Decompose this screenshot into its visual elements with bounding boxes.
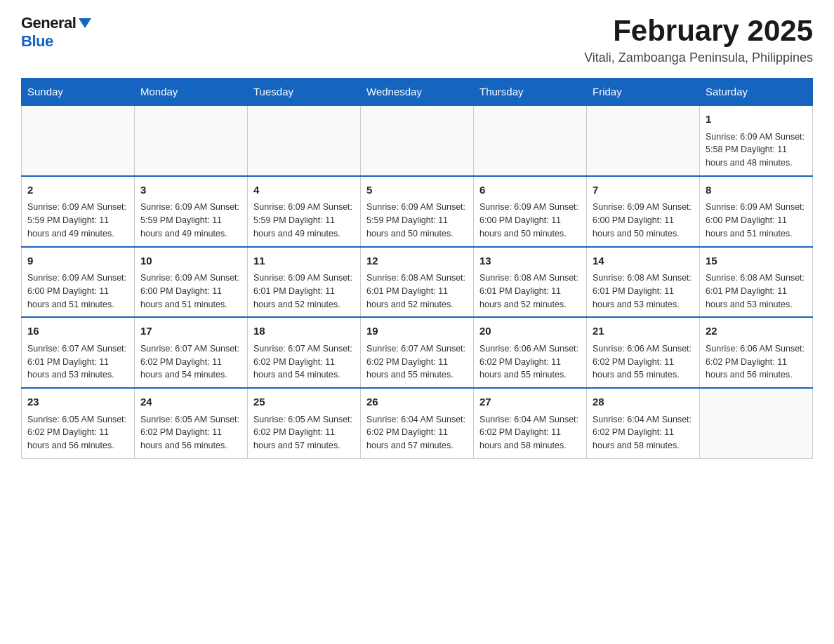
day-info: Sunrise: 6:09 AM Sunset: 6:00 PM Dayligh… xyxy=(140,271,241,311)
calendar-cell: 9Sunrise: 6:09 AM Sunset: 6:00 PM Daylig… xyxy=(22,247,135,318)
calendar-cell xyxy=(361,105,474,176)
day-info: Sunrise: 6:04 AM Sunset: 6:02 PM Dayligh… xyxy=(593,413,694,452)
day-info: Sunrise: 6:08 AM Sunset: 6:01 PM Dayligh… xyxy=(593,271,694,311)
day-number: 13 xyxy=(479,253,581,269)
calendar-cell xyxy=(135,105,248,176)
day-number: 11 xyxy=(253,253,355,269)
day-number: 10 xyxy=(140,253,241,269)
calendar-header-thursday: Thursday xyxy=(474,79,587,106)
calendar-header-sunday: Sunday xyxy=(22,79,135,106)
calendar-table: SundayMondayTuesdayWednesdayThursdayFrid… xyxy=(21,78,813,459)
day-number: 4 xyxy=(253,182,355,199)
calendar-header-tuesday: Tuesday xyxy=(248,79,361,106)
logo-triangle-icon xyxy=(79,18,91,28)
title-section: February 2025 Vitali, Zamboanga Peninsul… xyxy=(584,14,813,65)
location-title: Vitali, Zamboanga Peninsula, Philippines xyxy=(584,51,813,65)
calendar-header-row: SundayMondayTuesdayWednesdayThursdayFrid… xyxy=(22,79,813,106)
calendar-cell: 6Sunrise: 6:09 AM Sunset: 6:00 PM Daylig… xyxy=(474,176,587,247)
day-number: 21 xyxy=(593,323,694,340)
week-row-1: 1Sunrise: 6:09 AM Sunset: 5:58 PM Daylig… xyxy=(22,105,813,176)
calendar-cell xyxy=(474,105,587,176)
day-info: Sunrise: 6:09 AM Sunset: 5:58 PM Dayligh… xyxy=(706,130,807,170)
day-number: 14 xyxy=(593,253,694,269)
calendar-cell: 28Sunrise: 6:04 AM Sunset: 6:02 PM Dayli… xyxy=(587,388,700,458)
day-number: 16 xyxy=(27,323,128,340)
day-number: 27 xyxy=(479,394,581,410)
calendar-cell: 18Sunrise: 6:07 AM Sunset: 6:02 PM Dayli… xyxy=(248,317,361,388)
day-number: 19 xyxy=(366,323,468,340)
calendar-cell: 10Sunrise: 6:09 AM Sunset: 6:00 PM Dayli… xyxy=(135,247,248,318)
calendar-cell: 25Sunrise: 6:05 AM Sunset: 6:02 PM Dayli… xyxy=(248,388,361,458)
day-number: 18 xyxy=(253,323,355,340)
day-number: 9 xyxy=(27,253,128,269)
day-info: Sunrise: 6:08 AM Sunset: 6:01 PM Dayligh… xyxy=(479,271,581,311)
week-row-4: 16Sunrise: 6:07 AM Sunset: 6:01 PM Dayli… xyxy=(22,317,813,388)
calendar-header-friday: Friday xyxy=(587,79,700,106)
day-number: 15 xyxy=(706,253,807,269)
calendar-cell: 23Sunrise: 6:05 AM Sunset: 6:02 PM Dayli… xyxy=(22,388,135,458)
calendar-cell: 12Sunrise: 6:08 AM Sunset: 6:01 PM Dayli… xyxy=(361,247,474,318)
day-number: 26 xyxy=(366,394,468,410)
calendar-cell: 5Sunrise: 6:09 AM Sunset: 5:59 PM Daylig… xyxy=(361,176,474,247)
day-info: Sunrise: 6:07 AM Sunset: 6:02 PM Dayligh… xyxy=(253,342,355,382)
day-number: 6 xyxy=(479,182,581,199)
day-number: 20 xyxy=(479,323,581,340)
calendar-cell: 16Sunrise: 6:07 AM Sunset: 6:01 PM Dayli… xyxy=(22,317,135,388)
day-number: 23 xyxy=(27,394,128,410)
calendar-cell: 22Sunrise: 6:06 AM Sunset: 6:02 PM Dayli… xyxy=(700,317,813,388)
day-info: Sunrise: 6:09 AM Sunset: 5:59 PM Dayligh… xyxy=(140,201,241,240)
day-number: 1 xyxy=(706,112,807,128)
calendar-header-monday: Monday xyxy=(135,79,248,106)
day-number: 22 xyxy=(706,323,807,340)
calendar-cell: 19Sunrise: 6:07 AM Sunset: 6:02 PM Dayli… xyxy=(361,317,474,388)
week-row-5: 23Sunrise: 6:05 AM Sunset: 6:02 PM Dayli… xyxy=(22,388,813,458)
day-number: 28 xyxy=(593,394,694,410)
day-info: Sunrise: 6:06 AM Sunset: 6:02 PM Dayligh… xyxy=(593,342,694,382)
day-info: Sunrise: 6:07 AM Sunset: 6:02 PM Dayligh… xyxy=(366,342,468,382)
day-info: Sunrise: 6:09 AM Sunset: 5:59 PM Dayligh… xyxy=(27,201,128,240)
calendar-cell xyxy=(22,105,135,176)
day-info: Sunrise: 6:09 AM Sunset: 5:59 PM Dayligh… xyxy=(253,201,355,240)
calendar-cell: 7Sunrise: 6:09 AM Sunset: 6:00 PM Daylig… xyxy=(587,176,700,247)
calendar-cell: 21Sunrise: 6:06 AM Sunset: 6:02 PM Dayli… xyxy=(587,317,700,388)
calendar-cell: 20Sunrise: 6:06 AM Sunset: 6:02 PM Dayli… xyxy=(474,317,587,388)
day-number: 12 xyxy=(366,253,468,269)
day-number: 17 xyxy=(140,323,241,340)
calendar-cell: 15Sunrise: 6:08 AM Sunset: 6:01 PM Dayli… xyxy=(700,247,813,318)
logo: General Blue xyxy=(21,14,91,51)
day-info: Sunrise: 6:09 AM Sunset: 6:00 PM Dayligh… xyxy=(706,201,807,240)
day-info: Sunrise: 6:07 AM Sunset: 6:02 PM Dayligh… xyxy=(140,342,241,382)
calendar-header-wednesday: Wednesday xyxy=(361,79,474,106)
day-number: 25 xyxy=(253,394,355,410)
day-info: Sunrise: 6:06 AM Sunset: 6:02 PM Dayligh… xyxy=(706,342,807,382)
day-info: Sunrise: 6:09 AM Sunset: 6:00 PM Dayligh… xyxy=(27,271,128,311)
month-title: February 2025 xyxy=(584,14,813,48)
day-info: Sunrise: 6:08 AM Sunset: 6:01 PM Dayligh… xyxy=(366,271,468,311)
day-info: Sunrise: 6:08 AM Sunset: 6:01 PM Dayligh… xyxy=(706,271,807,311)
page-header: General Blue February 2025 Vitali, Zambo… xyxy=(21,14,813,65)
day-number: 2 xyxy=(27,182,128,199)
day-info: Sunrise: 6:05 AM Sunset: 6:02 PM Dayligh… xyxy=(253,413,355,452)
day-info: Sunrise: 6:04 AM Sunset: 6:02 PM Dayligh… xyxy=(366,413,468,452)
calendar-cell: 1Sunrise: 6:09 AM Sunset: 5:58 PM Daylig… xyxy=(700,105,813,176)
day-number: 7 xyxy=(593,182,694,199)
calendar-cell: 14Sunrise: 6:08 AM Sunset: 6:01 PM Dayli… xyxy=(587,247,700,318)
day-info: Sunrise: 6:05 AM Sunset: 6:02 PM Dayligh… xyxy=(140,413,241,452)
day-number: 5 xyxy=(366,182,468,199)
logo-blue-text: Blue xyxy=(21,32,53,51)
calendar-cell xyxy=(587,105,700,176)
day-info: Sunrise: 6:09 AM Sunset: 5:59 PM Dayligh… xyxy=(366,201,468,240)
week-row-3: 9Sunrise: 6:09 AM Sunset: 6:00 PM Daylig… xyxy=(22,247,813,318)
day-number: 24 xyxy=(140,394,241,410)
day-info: Sunrise: 6:09 AM Sunset: 6:01 PM Dayligh… xyxy=(253,271,355,311)
logo-general-text: General xyxy=(21,14,76,32)
calendar-cell: 24Sunrise: 6:05 AM Sunset: 6:02 PM Dayli… xyxy=(135,388,248,458)
day-info: Sunrise: 6:09 AM Sunset: 6:00 PM Dayligh… xyxy=(479,201,581,240)
calendar-cell: 13Sunrise: 6:08 AM Sunset: 6:01 PM Dayli… xyxy=(474,247,587,318)
calendar-cell: 27Sunrise: 6:04 AM Sunset: 6:02 PM Dayli… xyxy=(474,388,587,458)
day-number: 8 xyxy=(706,182,807,199)
calendar-cell: 11Sunrise: 6:09 AM Sunset: 6:01 PM Dayli… xyxy=(248,247,361,318)
calendar-cell xyxy=(248,105,361,176)
week-row-2: 2Sunrise: 6:09 AM Sunset: 5:59 PM Daylig… xyxy=(22,176,813,247)
day-info: Sunrise: 6:07 AM Sunset: 6:01 PM Dayligh… xyxy=(27,342,128,382)
